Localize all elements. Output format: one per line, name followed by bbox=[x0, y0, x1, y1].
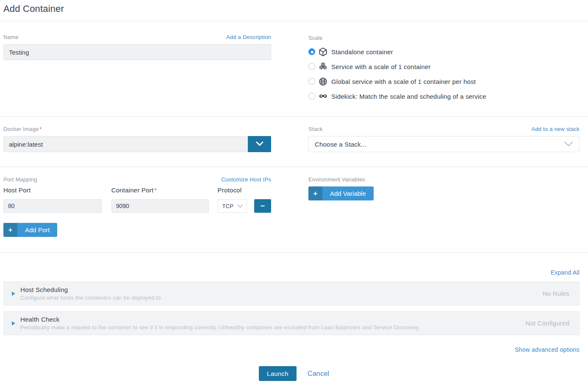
name-scale-row: Name Add a Description Scale Standalone … bbox=[0, 21, 588, 116]
show-advanced-options-link[interactable]: Show advanced options bbox=[515, 346, 580, 353]
add-variable-button-label: Add Variable bbox=[322, 186, 374, 200]
radio-service[interactable] bbox=[308, 63, 315, 70]
expand-all-link[interactable]: Expand All bbox=[551, 269, 580, 276]
stack-select-value: Choose a Stack... bbox=[315, 141, 366, 148]
scale-option-label: Standalone container bbox=[331, 48, 393, 56]
add-container-page: Add Container Name Add a Description Sca… bbox=[0, 0, 588, 391]
plus-icon: + bbox=[3, 223, 17, 237]
minus-icon: − bbox=[261, 202, 265, 210]
protocol-select[interactable]: TCP bbox=[218, 199, 247, 213]
expand-caret-icon[interactable] bbox=[12, 321, 15, 325]
container-port-input[interactable] bbox=[111, 199, 209, 213]
expand-caret-icon[interactable] bbox=[12, 292, 15, 296]
docker-image-section: Docker Image* bbox=[3, 126, 271, 152]
scale-option-sidekick[interactable]: Sidekick: Match the scale and scheduling… bbox=[308, 92, 580, 101]
accordion-description: Configure what hosts the containers can … bbox=[20, 295, 536, 301]
environment-variables-section: Environment Variables + Add Variable bbox=[308, 176, 580, 237]
host-port-label: Host Port bbox=[3, 186, 102, 194]
chevron-down-icon bbox=[237, 203, 243, 209]
name-input[interactable] bbox=[3, 44, 271, 60]
docker-image-input[interactable] bbox=[3, 136, 248, 152]
docker-image-label: Docker Image* bbox=[3, 126, 42, 132]
accordion-title: Host Scheduling bbox=[20, 286, 536, 293]
add-port-button-label: Add Port bbox=[17, 223, 57, 237]
scale-option-global[interactable]: Global service with a scale of 1 contain… bbox=[308, 77, 580, 86]
add-variable-button[interactable]: + Add Variable bbox=[308, 186, 374, 200]
chevron-down-icon bbox=[564, 141, 573, 148]
chevron-down-icon bbox=[256, 141, 263, 147]
column-gap bbox=[271, 126, 308, 152]
column-gap bbox=[271, 176, 308, 237]
add-port-button[interactable]: + Add Port bbox=[3, 223, 57, 237]
globe-icon bbox=[319, 77, 327, 86]
stack-section: Stack Add to a new stack Choose a Stack.… bbox=[308, 126, 580, 152]
docker-image-dropdown-button[interactable] bbox=[248, 136, 271, 152]
scale-option-service[interactable]: Service with a scale of 1 container bbox=[308, 62, 580, 71]
radio-sidekick[interactable] bbox=[308, 93, 315, 100]
add-new-stack-link[interactable]: Add to a new stack bbox=[532, 126, 580, 132]
host-scheduling-accordion[interactable]: Host Scheduling Configure what hosts the… bbox=[3, 281, 580, 306]
launch-button[interactable]: Launch bbox=[259, 366, 297, 381]
plus-icon: + bbox=[308, 186, 322, 200]
status-badge: No Rules bbox=[543, 290, 569, 297]
port-mapping-section: Port Mapping Customize Host IPs Host Por… bbox=[3, 176, 271, 237]
required-asterisk: * bbox=[39, 126, 42, 132]
footer-actions: Launch Cancel bbox=[0, 358, 588, 391]
column-gap bbox=[271, 34, 308, 101]
port-row: Host Port Container Port* Protocol TCP bbox=[3, 186, 271, 213]
accordion-title: Health Check bbox=[20, 316, 519, 323]
scale-option-label: Service with a scale of 1 container bbox=[331, 63, 431, 70]
show-advanced-row: Show advanced options bbox=[0, 341, 588, 358]
remove-port-button[interactable]: − bbox=[254, 199, 271, 213]
scale-section: Scale Standalone container bbox=[308, 34, 580, 101]
expand-all-row: Expand All bbox=[0, 253, 588, 281]
protocol-select-value: TCP bbox=[222, 203, 234, 209]
container-port-label: Container Port* bbox=[111, 186, 209, 194]
name-label: Name bbox=[3, 34, 18, 40]
accordion-description: Periodically make a request to the conta… bbox=[20, 324, 519, 331]
name-section: Name Add a Description bbox=[3, 34, 271, 101]
status-badge: Not Configured bbox=[525, 320, 569, 327]
ports-env-row: Port Mapping Customize Host IPs Host Por… bbox=[0, 167, 588, 252]
required-asterisk: * bbox=[154, 186, 157, 194]
stack-select[interactable]: Choose a Stack... bbox=[308, 136, 580, 152]
image-stack-row: Docker Image* Stack Add to a new stack bbox=[0, 117, 588, 167]
radio-standalone[interactable] bbox=[308, 48, 315, 55]
health-check-accordion[interactable]: Health Check Periodically make a request… bbox=[3, 311, 580, 335]
host-port-input[interactable] bbox=[3, 199, 102, 213]
scale-option-standalone[interactable]: Standalone container bbox=[308, 47, 580, 56]
add-description-link[interactable]: Add a Description bbox=[226, 34, 271, 40]
cube-icon bbox=[319, 47, 327, 56]
sidekick-mask-icon bbox=[319, 92, 327, 101]
cancel-button[interactable]: Cancel bbox=[308, 370, 329, 378]
customize-host-ips-link[interactable]: Customize Host IPs bbox=[221, 176, 271, 183]
environment-variables-label: Environment Variables bbox=[308, 176, 365, 183]
radio-global[interactable] bbox=[308, 78, 315, 85]
scale-label: Scale bbox=[308, 35, 323, 41]
scale-option-label: Global service with a scale of 1 contain… bbox=[331, 78, 476, 85]
protocol-label: Protocol bbox=[218, 186, 247, 194]
scale-option-label: Sidekick: Match the scale and scheduling… bbox=[331, 93, 486, 100]
stack-label: Stack bbox=[308, 126, 323, 132]
service-cubes-icon bbox=[319, 62, 327, 71]
port-mapping-label: Port Mapping bbox=[3, 176, 37, 183]
page-title: Add Container bbox=[0, 0, 588, 14]
